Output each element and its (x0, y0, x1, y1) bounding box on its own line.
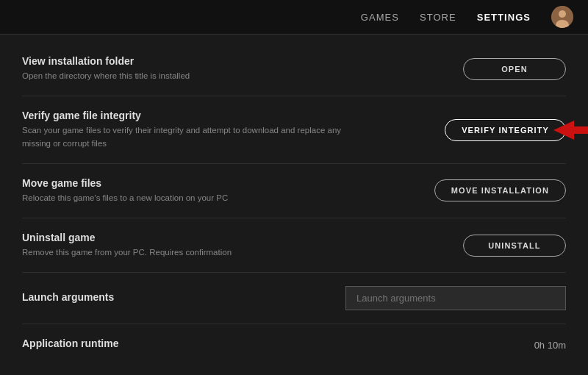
title-view-installation: View installation folder (22, 55, 434, 67)
nav-games[interactable]: GAMES (361, 12, 399, 23)
runtime-value: 0h 10m (534, 340, 566, 351)
move-installation-button[interactable]: MOVE INSTALLATION (434, 179, 566, 201)
desc-move: Relocate this game's files to a new loca… (22, 192, 353, 204)
row-info-move: Move game files Relocate this game's fil… (22, 177, 434, 204)
svg-rect-3 (574, 126, 588, 134)
row-info-verify: Verify game file integrity Scan your gam… (22, 110, 445, 150)
row-verify-integrity: Verify game file integrity Scan your gam… (22, 96, 566, 164)
desc-uninstall: Remove this game from your PC. Requires … (22, 246, 353, 259)
desc-verify: Scan your game files to verify their int… (22, 124, 353, 150)
verify-integrity-button[interactable]: VERIFY INTEGRITY (445, 119, 566, 141)
row-info-runtime: Application runtime (22, 338, 534, 352)
uninstall-button[interactable]: UNINSTALL (463, 235, 566, 257)
red-arrow-icon (553, 117, 588, 143)
verify-btn-container: VERIFY INTEGRITY (445, 119, 566, 141)
svg-marker-4 (553, 121, 574, 140)
title-uninstall: Uninstall game (22, 232, 434, 243)
svg-point-1 (559, 10, 566, 18)
row-move-files: Move game files Relocate this game's fil… (22, 164, 566, 218)
launch-arguments-input[interactable] (345, 286, 566, 310)
title-launch: Launch arguments (22, 291, 316, 303)
nav-settings[interactable]: SETTINGS (477, 12, 531, 23)
row-info-view-installation: View installation folder Open the direct… (22, 55, 463, 82)
nav-store[interactable]: STORE (420, 12, 456, 23)
row-info-uninstall: Uninstall game Remove this game from you… (22, 232, 463, 259)
row-launch-args: Launch arguments (22, 273, 566, 324)
row-view-installation: View installation folder Open the direct… (22, 42, 566, 96)
title-move: Move game files (22, 177, 405, 189)
desc-view-installation: Open the directory where this title is i… (22, 70, 353, 82)
title-runtime: Application runtime (22, 338, 505, 349)
row-runtime: Application runtime 0h 10m (22, 324, 566, 365)
avatar[interactable] (551, 6, 573, 28)
top-nav: GAMES STORE SETTINGS (0, 0, 588, 34)
row-uninstall: Uninstall game Remove this game from you… (22, 218, 566, 273)
row-info-launch: Launch arguments (22, 291, 345, 306)
title-verify: Verify game file integrity (22, 110, 415, 121)
open-button[interactable]: OPEN (463, 58, 566, 80)
settings-content: View installation folder Open the direct… (0, 35, 588, 373)
